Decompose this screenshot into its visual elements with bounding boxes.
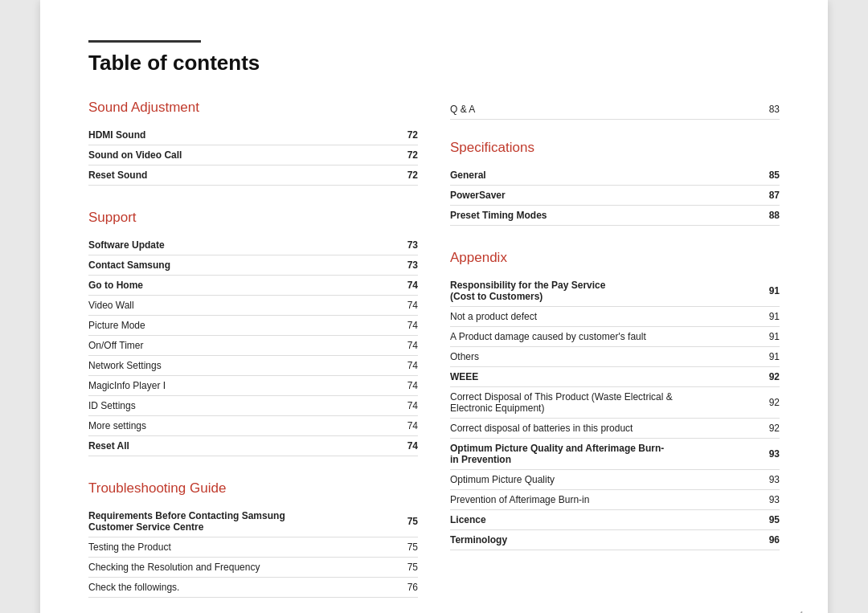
table-row: Correct disposal of batteries in this pr… [450,419,780,439]
entry-page: 88 [747,206,780,226]
entry-page: 96 [764,530,780,550]
table-row: Contact Samsung 73 [88,255,418,276]
section-troubleshooting: Troubleshooting Guide Requirements Befor… [88,480,418,598]
entry-page: 92 [764,419,780,439]
table-row: Responsibility for the Pay Service(Cost … [450,276,780,307]
entry-page: 74 [380,276,418,296]
table-row: HDMI Sound 72 [88,125,418,145]
entry-page: 85 [747,166,780,186]
entry-page: 74 [380,336,418,356]
entry-page: 72 [384,166,418,186]
entry-label: ID Settings [88,396,380,416]
entry-page: 91 [764,307,780,327]
table-row: General 85 [450,166,780,186]
section-title-support: Support [88,210,418,226]
table-row: Network Settings 74 [88,356,418,376]
entry-page: 73 [380,235,418,255]
entry-label: Check the followings. [88,578,401,598]
entry-label: Reset Sound [88,166,384,186]
table-row: Software Update 73 [88,235,418,255]
entry-page: 74 [380,416,418,436]
entry-page: 91 [764,327,780,347]
table-row: Video Wall 74 [88,296,418,316]
entry-page: 92 [764,367,780,387]
table-row: Picture Mode 74 [88,316,418,336]
support-table: Software Update 73 Contact Samsung 73 Go… [88,235,418,456]
table-row: Q & A 83 [450,100,780,120]
entry-label: Preset Timing Modes [450,206,747,226]
entry-label: Checking the Resolution and Frequency [88,558,401,578]
section-title-appendix: Appendix [450,250,780,266]
table-row: Reset All 74 [88,436,418,456]
table-row: Others 91 [450,347,780,367]
table-row: WEEE 92 [450,367,780,387]
table-row: Preset Timing Modes 88 [450,206,780,226]
left-column: Sound Adjustment HDMI Sound 72 Sound on … [88,100,418,606]
entry-label: Optimum Picture Quality [450,470,764,490]
entry-page: 74 [380,316,418,336]
section-specifications: Specifications General 85 PowerSaver 87 … [450,140,780,226]
entry-page: 83 [682,100,780,120]
entry-page: 74 [380,296,418,316]
columns: Sound Adjustment HDMI Sound 72 Sound on … [88,100,780,606]
entry-label: Q & A [450,100,682,120]
entry-page: 75 [401,558,418,578]
entry-page: 91 [764,347,780,367]
entry-page: 93 [764,490,780,510]
table-row: A Product damage caused by customer's fa… [450,327,780,347]
entry-label: Not a product defect [450,307,764,327]
entry-label: Requirements Before Contacting SamsungCu… [88,506,401,537]
section-title-specs: Specifications [450,140,780,156]
entry-page: 75 [401,506,418,537]
entry-label: Software Update [88,235,380,255]
entry-label: Optimum Picture Quality and Afterimage B… [450,439,764,470]
section-support: Support Software Update 73 Contact Samsu… [88,210,418,456]
table-row: Optimum Picture Quality and Afterimage B… [450,439,780,470]
right-column: Q & A 83 Specifications General 85 Power… [450,100,780,606]
entry-label: Terminology [450,530,764,550]
entry-page: 74 [380,376,418,396]
entry-label: On/Off Timer [88,336,380,356]
entry-label: Prevention of Afterimage Burn-in [450,490,764,510]
table-row: Checking the Resolution and Frequency 75 [88,558,418,578]
section-title-troubleshooting: Troubleshooting Guide [88,480,418,497]
entry-label: Correct Disposal of This Product (Waste … [450,387,764,419]
entry-page: 87 [747,186,780,206]
table-row: PowerSaver 87 [450,186,780,206]
entry-label: Picture Mode [88,316,380,336]
entry-page: 93 [764,439,780,470]
table-row: Licence 95 [450,510,780,530]
table-row: MagicInfo Player I 74 [88,376,418,396]
page-number: 4 [797,609,804,613]
entry-page: 93 [764,470,780,490]
section-title-sound: Sound Adjustment [88,100,418,116]
entry-page: 74 [380,396,418,416]
sound-table: HDMI Sound 72 Sound on Video Call 72 Res… [88,125,418,186]
entry-page: 92 [764,387,780,419]
entry-label: Contact Samsung [88,255,380,276]
entry-page: 72 [384,145,418,166]
table-row: Reset Sound 72 [88,166,418,186]
table-row: ID Settings 74 [88,396,418,416]
entry-label: Reset All [88,436,380,456]
appendix-table: Responsibility for the Pay Service(Cost … [450,276,780,550]
table-row: Not a product defect 91 [450,307,780,327]
table-row: Check the followings. 76 [88,578,418,598]
entry-label: Testing the Product [88,537,401,558]
entry-label: WEEE [450,367,764,387]
qa-table: Q & A 83 [450,100,780,120]
troubleshooting-table: Requirements Before Contacting SamsungCu… [88,506,418,598]
entry-label: HDMI Sound [88,125,384,145]
entry-label: Go to Home [88,276,380,296]
entry-label: Responsibility for the Pay Service(Cost … [450,276,764,307]
section-sound-adjustment: Sound Adjustment HDMI Sound 72 Sound on … [88,100,418,186]
entry-label: More settings [88,416,380,436]
table-row: Terminology 96 [450,530,780,550]
entry-label: Network Settings [88,356,380,376]
section-appendix: Appendix Responsibility for the Pay Serv… [450,250,780,550]
entry-label: Video Wall [88,296,380,316]
entry-label: A Product damage caused by customer's fa… [450,327,764,347]
entry-page: 91 [764,276,780,307]
table-row: More settings 74 [88,416,418,436]
entry-label: MagicInfo Player I [88,376,380,396]
